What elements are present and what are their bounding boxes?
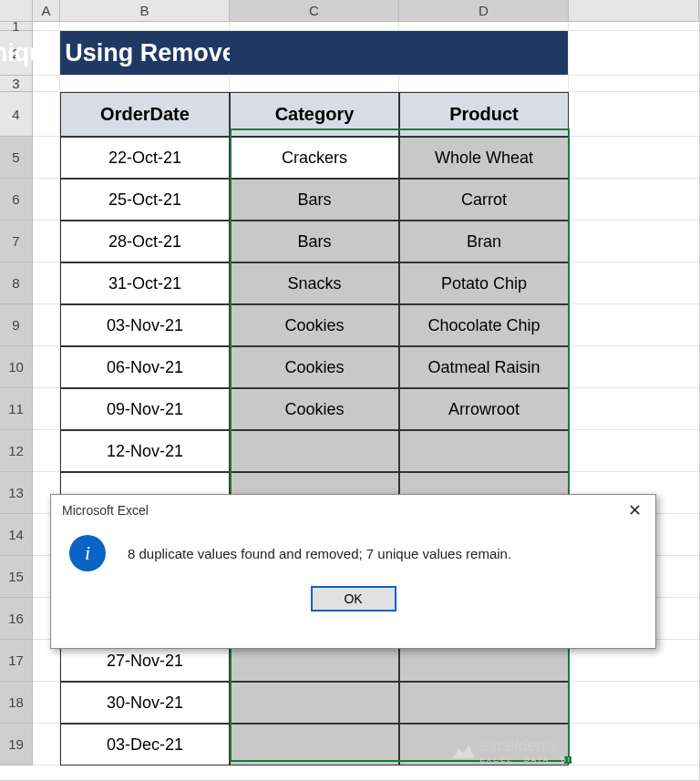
row-header-14[interactable]: 14 [0, 514, 33, 556]
row-header-11[interactable]: 11 [0, 388, 33, 430]
cell[interactable] [60, 76, 230, 92]
cell[interactable] [569, 388, 699, 430]
column-headers: A B C D [0, 0, 699, 22]
col-header-blank [569, 0, 699, 21]
cell-category[interactable]: Bars [230, 221, 399, 262]
dialog-title: Microsoft Excel [51, 495, 655, 526]
cell[interactable] [569, 22, 699, 31]
cell[interactable] [569, 430, 699, 472]
cell-orderdate[interactable]: 12-Nov-21 [60, 430, 230, 472]
cell-product[interactable] [399, 682, 569, 724]
cell-product[interactable]: Arrowroot [399, 388, 569, 430]
cell-orderdate[interactable]: 03-Dec-21 [60, 724, 230, 766]
cell-orderdate[interactable]: 22-Oct-21 [60, 137, 230, 179]
cell[interactable] [230, 76, 399, 92]
cell[interactable] [33, 137, 60, 179]
cell[interactable] [33, 304, 60, 346]
cell-product[interactable]: Carrot [399, 179, 569, 221]
row-header-4[interactable]: 4 [0, 92, 33, 137]
col-header-C[interactable]: C [230, 0, 399, 21]
cell[interactable] [569, 724, 699, 766]
title-cell[interactable] [399, 31, 569, 76]
cell-category[interactable]: Snacks [230, 262, 399, 304]
cell[interactable] [569, 137, 699, 179]
col-header-A[interactable]: A [33, 0, 60, 21]
spreadsheet-grid: A B C D 1 2 Filter Unique Using Removed … [0, 0, 700, 781]
cell[interactable] [33, 92, 60, 137]
cell[interactable] [569, 221, 699, 262]
cell[interactable] [33, 388, 60, 430]
cell-product[interactable]: Potato Chip [399, 262, 569, 304]
row-header-3[interactable]: 3 [0, 76, 33, 92]
row-header-18[interactable]: 18 [0, 682, 33, 724]
close-icon[interactable]: ✕ [613, 495, 655, 526]
cell-orderdate[interactable]: 06-Nov-21 [60, 346, 230, 388]
row-header-10[interactable]: 10 [0, 346, 33, 388]
row-header-9[interactable]: 9 [0, 304, 33, 346]
header-orderdate[interactable]: OrderDate [60, 92, 230, 137]
cell[interactable] [33, 221, 60, 262]
cell[interactable] [33, 179, 60, 221]
cell-product[interactable] [399, 724, 569, 766]
cell[interactable] [569, 92, 699, 137]
cell[interactable] [569, 262, 699, 304]
row-header-1[interactable]: 1 [0, 22, 33, 31]
cell-category[interactable] [230, 724, 399, 766]
dialog-message: 8 duplicate values found and removed; 7 … [128, 546, 511, 561]
cell-category[interactable]: Cookies [230, 304, 399, 346]
cell-orderdate[interactable]: 25-Oct-21 [60, 179, 230, 221]
row-header-5[interactable]: 5 [0, 137, 33, 179]
grid-rows: 1 2 Filter Unique Using Removed Duplicat… [0, 22, 699, 766]
cell[interactable] [569, 179, 699, 221]
message-dialog: Microsoft Excel ✕ i 8 duplicate values f… [50, 494, 656, 649]
cell-category[interactable]: Bars [230, 179, 399, 221]
cell[interactable] [33, 346, 60, 388]
cell-category[interactable]: Cookies [230, 346, 399, 388]
cell[interactable] [33, 724, 60, 766]
cell[interactable] [33, 430, 60, 472]
cell[interactable] [33, 262, 60, 304]
cell-orderdate[interactable]: 03-Nov-21 [60, 304, 230, 346]
ok-button[interactable]: OK [311, 586, 396, 611]
row-header-8[interactable]: 8 [0, 262, 33, 304]
cell-orderdate[interactable]: 28-Oct-21 [60, 221, 230, 262]
cell[interactable] [569, 76, 699, 92]
row-header-15[interactable]: 15 [0, 556, 33, 598]
row-header-13[interactable]: 13 [0, 472, 33, 514]
cell-category[interactable] [230, 682, 399, 724]
row-header-12[interactable]: 12 [0, 430, 33, 472]
cell-orderdate[interactable]: 31-Oct-21 [60, 262, 230, 304]
row-header-6[interactable]: 6 [0, 179, 33, 221]
cell-category[interactable]: Crackers [230, 137, 399, 179]
cell-product[interactable] [399, 430, 569, 472]
cell-product[interactable]: Whole Wheat [399, 137, 569, 179]
cell-product[interactable]: Bran [399, 221, 569, 262]
cell[interactable] [569, 346, 699, 388]
cell[interactable] [33, 76, 60, 92]
row-header-16[interactable]: 16 [0, 598, 33, 640]
cell[interactable] [33, 682, 60, 724]
cell[interactable] [399, 76, 569, 92]
col-header-D[interactable]: D [399, 0, 569, 21]
cell[interactable] [569, 682, 699, 724]
cell[interactable] [569, 304, 699, 346]
cell-category[interactable] [230, 430, 399, 472]
row-header-19[interactable]: 19 [0, 724, 33, 766]
row-header-7[interactable]: 7 [0, 221, 33, 262]
title-cell[interactable] [230, 31, 399, 76]
cell[interactable] [33, 22, 60, 31]
cell[interactable] [569, 31, 699, 76]
cell-orderdate[interactable]: 09-Nov-21 [60, 388, 230, 430]
header-product[interactable]: Product [399, 92, 569, 137]
cell[interactable] [230, 22, 399, 31]
cell-product[interactable]: Chocolate Chip [399, 304, 569, 346]
row-header-17[interactable]: 17 [0, 640, 33, 682]
cell-category[interactable]: Cookies [230, 388, 399, 430]
header-category[interactable]: Category [230, 92, 399, 137]
title-cell[interactable]: Filter Unique Using Removed Duplicates [60, 31, 230, 76]
cell-product[interactable]: Oatmeal Raisin [399, 346, 569, 388]
col-header-B[interactable]: B [60, 0, 230, 21]
cell-orderdate[interactable]: 30-Nov-21 [60, 682, 230, 724]
cell[interactable] [60, 22, 230, 31]
cell[interactable] [399, 22, 569, 31]
